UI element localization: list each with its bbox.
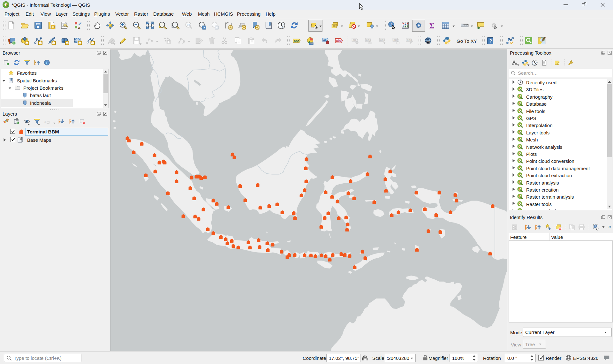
svg-text:Σ: Σ	[429, 21, 435, 30]
svg-text:1:1: 1:1	[186, 23, 190, 26]
svg-text:a: a	[78, 26, 80, 30]
svg-text:abc: abc	[380, 38, 385, 42]
svg-text:abc: abc	[407, 38, 412, 42]
svg-text:abc: abc	[366, 38, 371, 42]
svg-text:i: i	[390, 22, 392, 27]
svg-text:abc: abc	[309, 42, 313, 45]
svg-text:abc: abc	[394, 38, 399, 42]
svg-text:abc: abc	[294, 39, 300, 43]
svg-text:ε: ε	[44, 119, 46, 124]
svg-text:ab: ab	[323, 38, 327, 42]
svg-text:?: ?	[489, 38, 492, 43]
svg-text:ab: ab	[353, 38, 356, 42]
svg-text:abc: abc	[336, 39, 342, 42]
